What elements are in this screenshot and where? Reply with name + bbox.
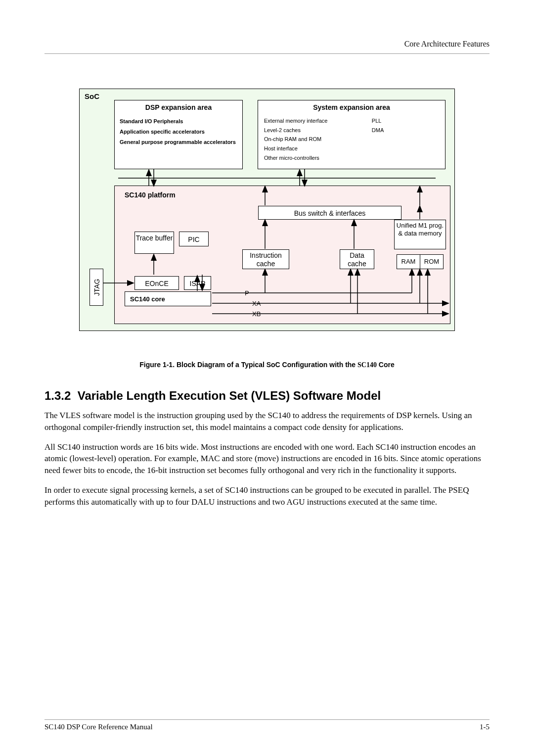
soc-label: SoC [85,92,99,100]
ram-rom-box: RAM ROM [397,254,444,269]
footer-rule [44,719,490,720]
section-heading: 1.3.2 Variable Length Execution Set (VLE… [44,389,490,403]
sys-item: Host interface [264,144,372,153]
isap-box: ISAP [184,276,211,290]
eonce-box: EOnCE [134,276,179,290]
xa-bus-label: XA [252,300,261,307]
platform-title: SC140 platform [125,191,176,199]
trace-buffer-box: Trace buffer [134,232,174,254]
sys-title: System expansion area [258,100,445,116]
jtag-box: JTAG [89,269,103,306]
unified-memory-box: Unified M1 prog. & data memory [394,220,446,249]
rom-label: ROM [420,255,443,269]
header-rule [44,53,490,54]
ram-label: RAM [397,255,420,269]
block-diagram: SoC DSP expansion area Standard I/O Peri… [79,89,455,331]
sc140-core-box: SC140 core [125,291,211,306]
dsp-item: Standard I/O Peripherals [120,116,237,127]
dsp-title: DSP expansion area [115,100,242,116]
figure-caption: Figure 1-1. Block Diagram of a Typical S… [44,361,490,369]
p-bus-label: P [245,289,249,297]
sys-item: External memory interface [264,116,372,126]
page-number: 1-5 [480,723,490,731]
body-paragraph: The VLES software model is the instructi… [44,410,490,433]
footer-title: SC140 DSP Core Reference Manual [44,723,153,731]
page-footer: SC140 DSP Core Reference Manual 1-5 [44,719,490,731]
body-paragraph: All SC140 instruction words are 16 bits … [44,441,490,476]
bus-switch-box: Bus switch & interfaces [258,206,401,220]
dsp-item: General purpose programmable accelerator… [120,137,237,147]
dsp-expansion-box: DSP expansion area Standard I/O Peripher… [114,100,243,169]
xb-bus-label: XB [252,310,261,318]
pic-box: PIC [179,232,209,246]
dsp-item: Application specific accelerators [120,127,237,137]
platform-box: SC140 platform Bus switch & interfaces T… [114,186,450,324]
sys-item: Other micro-controllers [264,153,372,163]
sys-item: DMA [372,126,439,135]
system-expansion-box: System expansion area External memory in… [258,100,445,169]
sys-item: PLL [372,116,439,126]
sys-item: On-chip RAM and ROM [264,135,372,144]
running-header: Core Architecture Features [44,40,490,48]
instruction-cache-box: Instruction cache [242,249,289,269]
data-cache-box: Data cache [340,249,374,269]
body-paragraph: In order to execute signal processing ke… [44,484,490,508]
sys-item: Level-2 caches [264,126,372,135]
